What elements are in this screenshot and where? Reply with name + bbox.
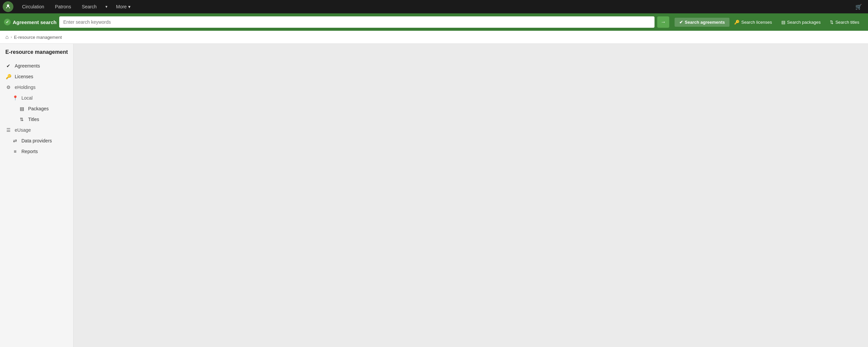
- search-submit-button[interactable]: →: [657, 16, 669, 28]
- titles-sidebar-label: Titles: [28, 117, 39, 122]
- link-search-titles[interactable]: ⇅ Search titles: [825, 18, 864, 27]
- packages-icon: ▤: [781, 20, 785, 25]
- eholdings-label: eHoldings: [15, 84, 35, 90]
- titles-link-label: Search titles: [835, 20, 859, 25]
- sidebar-sub-local: 📍 Local ▤ Packages ⇅ Titles: [0, 93, 73, 125]
- reports-label: Reports: [22, 149, 38, 154]
- link-search-agreements[interactable]: ✔ Search agreements: [675, 18, 730, 27]
- sidebar-item-reports[interactable]: ≡ Reports: [7, 146, 73, 157]
- search-input[interactable]: [59, 16, 654, 28]
- sidebar-sub-sub-packages: ▤ Packages ⇅ Titles: [7, 103, 73, 125]
- sidebar-sub-eusage: ⇄ Data providers ≡ Reports: [0, 135, 73, 157]
- nav-item-circulation[interactable]: Circulation: [18, 2, 49, 11]
- local-label: Local: [22, 95, 32, 101]
- nav-item-patrons[interactable]: Patrons: [50, 2, 75, 11]
- dropdown-arrow: ▾: [105, 4, 107, 9]
- app-logo[interactable]: [3, 1, 13, 12]
- breadcrumb-current-page: E-resource management: [14, 35, 62, 40]
- sidebar-item-licenses[interactable]: 🔑 Licenses: [0, 71, 73, 82]
- packages-sidebar-label: Packages: [28, 106, 49, 111]
- nav-dropdown[interactable]: ▾: [103, 2, 110, 11]
- breadcrumb-separator: ›: [11, 35, 12, 39]
- data-providers-label: Data providers: [22, 138, 52, 143]
- sidebar-group-eusage[interactable]: ☰ eUsage: [0, 125, 73, 135]
- sidebar-item-agreements[interactable]: ✔ Agreements: [0, 61, 73, 71]
- packages-sidebar-icon: ▤: [19, 106, 25, 111]
- link-search-packages[interactable]: ▤ Search packages: [777, 18, 825, 27]
- search-arrow-icon: →: [660, 19, 666, 25]
- licenses-icon: 🔑: [734, 20, 740, 25]
- link-search-licenses[interactable]: 🔑 Search licenses: [730, 18, 777, 27]
- nav-item-search[interactable]: Search: [77, 2, 101, 11]
- titles-sidebar-icon: ⇅: [19, 117, 25, 122]
- circulation-label: Circulation: [22, 4, 44, 9]
- search-bar-title: Agreement search: [13, 20, 57, 25]
- main-content: [73, 44, 868, 347]
- sidebar: E-resource management ✔ Agreements 🔑 Lic…: [0, 44, 73, 347]
- nav-item-more[interactable]: More ▾: [112, 2, 135, 11]
- local-icon: 📍: [12, 95, 18, 101]
- sidebar-group-eholdings[interactable]: ⚙ eHoldings: [0, 82, 73, 93]
- sidebar-title: E-resource management: [0, 49, 73, 61]
- agreements-icon: ✔: [679, 20, 683, 25]
- data-providers-icon: ⇄: [12, 138, 18, 143]
- packages-link-label: Search packages: [787, 20, 820, 25]
- agreements-sidebar-icon: ✔: [5, 63, 11, 69]
- eholdings-icon: ⚙: [5, 84, 11, 90]
- breadcrumb-home-icon[interactable]: ⌂: [5, 34, 9, 40]
- cart-icon[interactable]: 🛒: [852, 2, 865, 12]
- sidebar-item-data-providers[interactable]: ⇄ Data providers: [7, 135, 73, 146]
- sidebar-item-titles[interactable]: ⇅ Titles: [13, 114, 73, 125]
- licenses-sidebar-label: Licenses: [15, 74, 33, 79]
- more-arrow: ▾: [128, 4, 130, 9]
- titles-icon: ⇅: [830, 20, 834, 25]
- more-label: More: [116, 4, 127, 9]
- sidebar-group-local[interactable]: 📍 Local: [7, 93, 73, 103]
- licenses-sidebar-icon: 🔑: [5, 74, 11, 79]
- agreements-link-label: Search agreements: [685, 20, 725, 25]
- top-nav: Circulation Patrons Search ▾ More ▾ 🛒: [0, 0, 868, 13]
- search-label: Search: [82, 4, 96, 9]
- reports-icon: ≡: [12, 149, 18, 154]
- eusage-icon: ☰: [5, 127, 11, 133]
- licenses-link-label: Search licenses: [741, 20, 772, 25]
- search-links: ✔ Search agreements 🔑 Search licenses ▤ …: [675, 18, 864, 27]
- search-bar-label: ✓ Agreement search: [4, 19, 57, 25]
- search-bar: ✓ Agreement search → ✔ Search agreements…: [0, 13, 868, 31]
- eusage-label: eUsage: [15, 127, 31, 133]
- agreement-check-icon: ✓: [4, 19, 11, 25]
- sidebar-item-packages[interactable]: ▤ Packages: [13, 103, 73, 114]
- main-layout: E-resource management ✔ Agreements 🔑 Lic…: [0, 44, 868, 347]
- svg-point-0: [7, 4, 9, 7]
- breadcrumb: ⌂ › E-resource management: [0, 31, 868, 44]
- agreements-sidebar-label: Agreements: [15, 63, 40, 69]
- patrons-label: Patrons: [55, 4, 71, 9]
